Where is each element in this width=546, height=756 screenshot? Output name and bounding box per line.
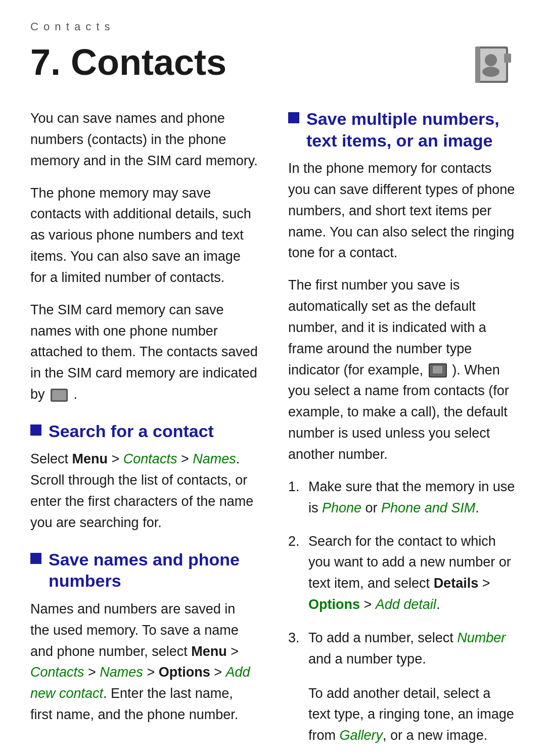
step1-phonesim-italic: Phone and SIM <box>381 500 475 515</box>
svg-point-5 <box>482 67 499 77</box>
step2-add-detail-italic-green: Add detail <box>376 597 436 612</box>
section-multiple-para1: In the phone memory for contacts you can… <box>288 158 516 264</box>
right-column: Save multiple numbers, text items, or an… <box>288 108 516 756</box>
page-header: 7. Contacts <box>30 42 516 88</box>
sub-para1-gallery: Gallery <box>340 728 383 743</box>
multiple-heading-line1: Save multiple numbers, <box>306 109 499 128</box>
save-contacts-italic: Contacts <box>30 665 84 680</box>
intro-para-3-after: . <box>74 387 78 402</box>
section-heading-square-icon-2 <box>30 553 41 564</box>
search-menu-bold: Menu <box>72 451 108 466</box>
save-names-italic: Names <box>100 665 143 680</box>
step2-after: . <box>436 597 440 612</box>
save-menu-bold: Menu <box>191 644 227 659</box>
breadcrumb: C o n t a c t s <box>30 20 516 33</box>
section-save-multiple: Save multiple numbers, text items, or an… <box>288 108 516 465</box>
section-search-heading: Search for a contact <box>30 420 258 442</box>
svg-rect-2 <box>475 46 480 83</box>
section-search-title: Search for a contact <box>49 420 214 442</box>
list-item-1-text: Make sure that the memory in use is Phon… <box>308 477 516 519</box>
step1-phone-italic: Phone <box>322 500 361 515</box>
intro-para-3-text: The SIM card memory can save names with … <box>30 302 258 402</box>
section-save-title: Save names and phone numbers <box>49 549 258 592</box>
step2-gt2: > <box>360 597 376 612</box>
section-save-heading: Save names and phone numbers <box>30 549 258 592</box>
save-gt3: > <box>143 665 159 680</box>
save-gt1: > <box>227 644 239 659</box>
section-save-body: Names and numbers are saved in the used … <box>30 599 258 726</box>
step3-after: and a number type. <box>308 651 426 667</box>
section-search: Search for a contact Select Menu > Conta… <box>30 420 258 534</box>
list-num-3: 3. <box>288 628 303 670</box>
step2-gt: > <box>478 576 490 591</box>
step1-or: or <box>361 500 381 515</box>
phone-icon <box>429 363 447 377</box>
save-gt2: > <box>84 665 100 680</box>
steps-list: 1. Make sure that the memory in use is P… <box>288 477 516 756</box>
list-item-2: 2. Search for the contact to which you w… <box>288 531 516 616</box>
intro-para-2: The phone memory may save contacts with … <box>30 183 258 289</box>
two-column-layout: You can save names and phone numbers (co… <box>30 108 516 756</box>
step3-before: To add a number, select <box>308 630 457 645</box>
multiple-heading-line2: text items, or an image <box>306 131 492 150</box>
page-container: C o n t a c t s 7. Contacts You can save… <box>0 0 546 756</box>
contacts-book-icon <box>470 42 516 88</box>
step2-details-bold: Details <box>434 576 479 591</box>
search-gt2: > <box>177 451 193 466</box>
list-num-1: 1. <box>288 477 303 519</box>
intro-para-1: You can save names and phone numbers (co… <box>30 108 258 172</box>
step2-options-bold-green: Options <box>308 597 360 612</box>
section-multiple-heading: Save multiple numbers, text items, or an… <box>288 108 516 151</box>
list-num-2: 2. <box>288 531 303 616</box>
list-item-3-text: To add a number, select Number and a num… <box>308 628 516 670</box>
search-contacts-italic: Contacts <box>123 451 177 466</box>
step3-sub-para1: To add another detail, select a text typ… <box>288 683 516 747</box>
section-search-body: Select Menu > Contacts > Names. Scroll t… <box>30 449 258 533</box>
sim-card-icon <box>51 389 68 402</box>
save-gt4: > <box>210 665 226 680</box>
list-item-3: 3. To add a number, select Number and a … <box>288 628 516 756</box>
step1-after: . <box>475 500 479 515</box>
step3-number-italic: Number <box>457 630 506 645</box>
section-heading-square-icon-3 <box>288 112 299 123</box>
intro-para-3: The SIM card memory can save names with … <box>30 300 258 405</box>
search-names-italic: Names <box>193 451 236 466</box>
search-select-label: Select <box>30 451 72 466</box>
sub-para1-after: , or a new image. <box>383 728 487 743</box>
save-options-bold: Options <box>159 665 210 680</box>
section-multiple-para2: The first number you save is automatical… <box>288 275 516 465</box>
list-item-1: 1. Make sure that the memory in use is P… <box>288 477 516 519</box>
svg-point-4 <box>485 54 497 66</box>
section-save-names: Save names and phone numbers Names and n… <box>30 549 258 726</box>
section-heading-square-icon <box>30 424 41 436</box>
svg-rect-3 <box>504 54 511 63</box>
page-title: 7. Contacts <box>30 42 226 82</box>
section-multiple-title: Save multiple numbers, text items, or an… <box>306 108 499 151</box>
left-column: You can save names and phone numbers (co… <box>30 108 258 756</box>
list-item-2-text: Search for the contact to which you want… <box>308 531 516 616</box>
search-gt1: > <box>108 451 123 466</box>
